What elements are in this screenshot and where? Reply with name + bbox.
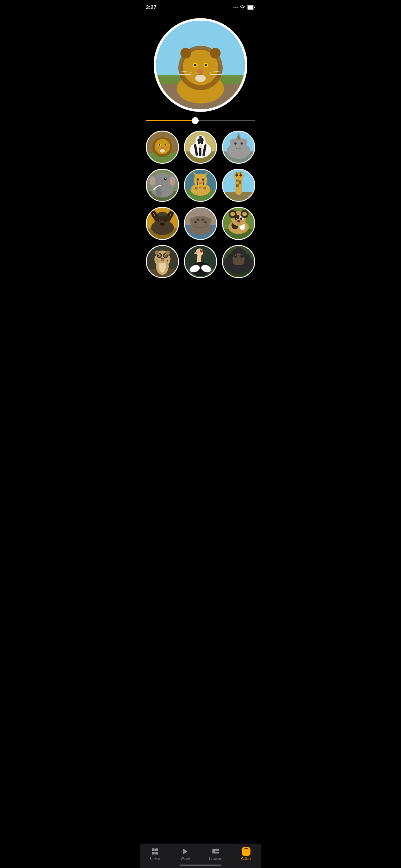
svg-rect-2 bbox=[254, 7, 255, 8]
grid-row bbox=[146, 131, 255, 278]
svg-point-130 bbox=[231, 212, 235, 217]
svg-point-183 bbox=[227, 254, 233, 259]
svg-point-43 bbox=[202, 140, 204, 141]
svg-point-64 bbox=[165, 178, 166, 179]
battery-icon bbox=[247, 5, 255, 10]
svg-point-68 bbox=[195, 187, 198, 190]
svg-point-71 bbox=[194, 174, 207, 187]
svg-point-16 bbox=[180, 48, 191, 58]
list-item[interactable] bbox=[184, 245, 217, 278]
svg-point-91 bbox=[239, 174, 242, 177]
svg-point-177 bbox=[235, 255, 236, 256]
svg-point-100 bbox=[159, 220, 160, 221]
slider-fill bbox=[146, 120, 195, 121]
svg-point-110 bbox=[197, 219, 199, 220]
svg-point-12 bbox=[194, 64, 196, 66]
svg-point-178 bbox=[242, 255, 243, 256]
signal-icon bbox=[233, 7, 238, 8]
svg-point-118 bbox=[190, 218, 194, 223]
svg-point-134 bbox=[236, 218, 237, 219]
svg-point-148 bbox=[159, 255, 160, 256]
slider-thumb[interactable] bbox=[192, 117, 199, 124]
svg-rect-1 bbox=[248, 6, 253, 9]
svg-point-164 bbox=[199, 249, 203, 253]
svg-point-30 bbox=[161, 147, 164, 149]
svg-point-80 bbox=[199, 182, 202, 184]
svg-point-114 bbox=[195, 221, 196, 223]
svg-point-52 bbox=[240, 143, 243, 145]
status-bar: 3:27 bbox=[140, 0, 261, 12]
svg-point-115 bbox=[205, 221, 206, 223]
svg-point-154 bbox=[162, 258, 164, 259]
svg-point-171 bbox=[235, 247, 242, 253]
svg-point-182 bbox=[233, 260, 244, 265]
svg-point-14 bbox=[198, 69, 204, 73]
svg-point-119 bbox=[207, 218, 212, 223]
svg-point-150 bbox=[155, 251, 159, 255]
svg-point-153 bbox=[161, 258, 162, 259]
status-time: 3:27 bbox=[146, 4, 157, 11]
svg-point-54 bbox=[243, 139, 248, 144]
svg-point-15 bbox=[195, 75, 206, 82]
svg-point-111 bbox=[202, 219, 204, 220]
list-item[interactable] bbox=[146, 207, 179, 240]
svg-rect-97 bbox=[154, 216, 171, 221]
svg-point-136 bbox=[237, 220, 240, 222]
svg-point-99 bbox=[164, 219, 167, 221]
list-item[interactable] bbox=[184, 169, 217, 202]
svg-point-31 bbox=[160, 149, 165, 153]
list-item[interactable] bbox=[184, 207, 217, 240]
svg-point-133 bbox=[240, 217, 242, 220]
svg-point-62 bbox=[170, 177, 175, 186]
svg-point-70 bbox=[203, 187, 206, 190]
svg-point-13 bbox=[205, 64, 207, 66]
list-item[interactable] bbox=[222, 131, 255, 164]
svg-rect-41 bbox=[199, 136, 201, 143]
progress-slider[interactable] bbox=[140, 115, 261, 127]
hero-section bbox=[140, 12, 261, 115]
list-item[interactable] bbox=[184, 131, 217, 164]
list-item[interactable] bbox=[222, 207, 255, 240]
svg-point-184 bbox=[244, 254, 250, 259]
svg-rect-86 bbox=[236, 184, 239, 187]
svg-point-103 bbox=[163, 223, 164, 225]
svg-point-61 bbox=[149, 177, 155, 186]
svg-point-149 bbox=[166, 255, 166, 256]
list-item[interactable] bbox=[146, 245, 179, 278]
slider-track bbox=[146, 120, 255, 121]
svg-point-29 bbox=[165, 144, 166, 146]
svg-point-101 bbox=[160, 222, 165, 226]
status-icons bbox=[233, 5, 255, 10]
list-item[interactable] bbox=[222, 245, 255, 278]
svg-point-51 bbox=[234, 143, 236, 145]
svg-point-17 bbox=[210, 48, 221, 58]
svg-point-116 bbox=[196, 221, 196, 222]
svg-point-152 bbox=[161, 258, 164, 260]
list-item[interactable] bbox=[222, 169, 255, 202]
svg-point-117 bbox=[205, 221, 206, 222]
svg-point-53 bbox=[230, 139, 235, 144]
animal-grid bbox=[140, 127, 261, 284]
hero-circle[interactable] bbox=[154, 18, 247, 112]
wifi-icon bbox=[239, 5, 245, 10]
svg-point-151 bbox=[166, 251, 170, 255]
svg-point-131 bbox=[242, 212, 247, 217]
list-item[interactable] bbox=[146, 131, 179, 164]
svg-point-44 bbox=[199, 145, 202, 148]
svg-point-77 bbox=[202, 179, 204, 181]
svg-point-76 bbox=[197, 179, 199, 181]
svg-point-90 bbox=[235, 174, 238, 177]
svg-point-102 bbox=[161, 223, 162, 225]
hero-image bbox=[156, 21, 245, 110]
svg-rect-85 bbox=[239, 181, 241, 184]
svg-point-146 bbox=[158, 255, 160, 256]
list-item[interactable] bbox=[146, 169, 179, 202]
svg-point-28 bbox=[159, 144, 161, 146]
svg-point-92 bbox=[237, 177, 240, 179]
svg-point-147 bbox=[165, 255, 166, 256]
svg-point-42 bbox=[197, 140, 199, 141]
